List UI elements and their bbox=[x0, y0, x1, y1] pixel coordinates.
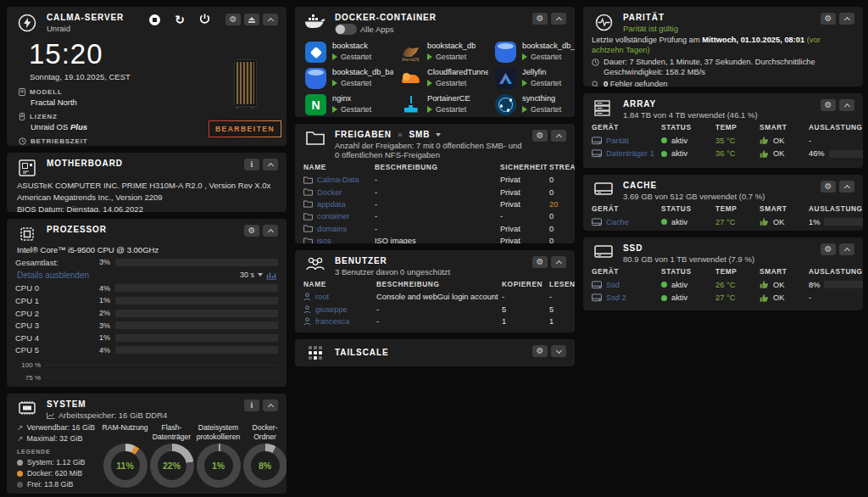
collapse-button[interactable] bbox=[263, 14, 278, 25]
expand-button[interactable] bbox=[551, 345, 566, 357]
settings-button[interactable]: ⚙ bbox=[821, 99, 836, 111]
shares-protocol-select[interactable]: SMB bbox=[409, 130, 430, 139]
collapse-button[interactable] bbox=[839, 99, 854, 111]
collapse-button[interactable] bbox=[551, 256, 566, 268]
interval-select[interactable]: 30 s bbox=[240, 271, 254, 279]
container-status: Gestartet bbox=[531, 53, 561, 61]
container-tile[interactable]: bookstack_db_backup_e Gestartet bbox=[305, 68, 393, 89]
status-dot bbox=[661, 295, 667, 301]
drive-icon bbox=[592, 218, 602, 226]
share-row: appdata - Privat 20 bbox=[303, 198, 566, 210]
status-dot bbox=[661, 151, 667, 157]
collapse-button[interactable] bbox=[839, 13, 854, 25]
container-tile[interactable]: bookstack Gestartet bbox=[305, 42, 393, 63]
details-toggle-link[interactable]: Details ausblenden bbox=[17, 271, 89, 280]
device-name-link[interactable]: Cache bbox=[606, 218, 629, 226]
stop-array-icon[interactable] bbox=[149, 14, 160, 25]
collapse-button[interactable] bbox=[263, 399, 278, 411]
container-status: Gestartet bbox=[341, 53, 371, 61]
smart-thumbs-up-icon bbox=[760, 217, 769, 226]
collapse-button[interactable] bbox=[551, 13, 566, 25]
collapse-button[interactable] bbox=[263, 159, 278, 170]
settings-button[interactable]: ⚙ bbox=[225, 14, 241, 25]
share-security: - bbox=[500, 212, 549, 221]
share-name-link[interactable]: domains bbox=[317, 225, 347, 233]
device-name-link[interactable]: Ssd bbox=[606, 281, 620, 289]
usage-bar bbox=[824, 281, 863, 288]
ssd-device-table: Ssd aktiv 26 °C OK 8% Ssd 2 aktiv bbox=[592, 278, 854, 304]
license-label: LIZENZ bbox=[30, 113, 58, 120]
container-icon bbox=[400, 94, 421, 115]
share-name-link[interactable]: container bbox=[317, 212, 349, 221]
user-copy-count: 1 bbox=[502, 317, 549, 326]
usage-donut: Flash-Datenträger 22% bbox=[148, 423, 195, 491]
drive-icon bbox=[592, 293, 602, 302]
info-button[interactable]: i bbox=[244, 159, 259, 170]
container-tile[interactable]: bookstack_db Gestartet bbox=[400, 42, 488, 63]
user-name-link[interactable]: giuseppe bbox=[315, 305, 348, 314]
settings-button[interactable]: ⚙ bbox=[532, 256, 548, 268]
container-tile[interactable]: syncthing Gestartet bbox=[495, 94, 575, 115]
running-play-icon bbox=[427, 80, 432, 87]
share-name-link[interactable]: Docker bbox=[317, 188, 342, 197]
eject-button[interactable] bbox=[244, 14, 259, 25]
container-tile[interactable]: nginx Gestartet bbox=[305, 94, 393, 115]
settings-button[interactable]: ⚙ bbox=[821, 243, 836, 255]
parity-status: Parität ist gültig bbox=[623, 24, 678, 33]
container-icon bbox=[305, 68, 326, 89]
user-row: giuseppe - 5 5 bbox=[303, 303, 566, 315]
share-name-link[interactable]: isos bbox=[317, 237, 331, 243]
smart-thumbs-up-icon bbox=[760, 280, 769, 289]
edit-button[interactable]: BEARBEITEN bbox=[209, 120, 281, 137]
settings-button[interactable]: ⚙ bbox=[821, 181, 836, 193]
container-status: Gestartet bbox=[436, 79, 466, 87]
user-icon bbox=[303, 293, 311, 301]
cache-panel: CACHE 3.69 GB von 512 GB verwendet (0.7 … bbox=[583, 175, 863, 231]
user-name-link[interactable]: root bbox=[315, 293, 329, 301]
device-name-link[interactable]: Ssd 2 bbox=[606, 293, 626, 302]
share-security: Privat bbox=[500, 176, 549, 184]
magnifier-icon bbox=[592, 81, 599, 87]
smart-thumbs-up-icon bbox=[760, 293, 769, 303]
settings-button[interactable]: ⚙ bbox=[532, 13, 548, 25]
container-name: bookstack_db bbox=[427, 42, 476, 50]
container-name: PortainerCE bbox=[427, 94, 470, 103]
share-name-link[interactable]: appdata bbox=[317, 200, 346, 209]
clock-icon bbox=[592, 59, 599, 66]
container-tile[interactable]: Jellyfin Gestartet bbox=[495, 68, 575, 89]
device-status: aktiv bbox=[671, 149, 687, 158]
device-name-link[interactable]: Datenträger 1 bbox=[606, 149, 654, 158]
share-description: ISO images bbox=[375, 237, 500, 243]
user-read-count: 5 bbox=[549, 305, 566, 314]
container-icon bbox=[495, 68, 516, 89]
running-play-icon bbox=[332, 80, 337, 87]
collapse-button[interactable] bbox=[551, 130, 566, 142]
drive-icon bbox=[592, 137, 602, 145]
running-play-icon bbox=[427, 53, 432, 60]
date: Sonntag, 19.10.2025, CEST bbox=[30, 72, 212, 81]
container-name: nginx bbox=[332, 94, 371, 103]
settings-button[interactable]: ⚙ bbox=[532, 345, 548, 357]
bar-chart-icon[interactable] bbox=[266, 271, 276, 280]
settings-button[interactable]: ⚙ bbox=[821, 13, 836, 25]
collapse-button[interactable] bbox=[839, 181, 854, 193]
model-label: MODELL bbox=[30, 88, 63, 96]
container-icon bbox=[495, 94, 516, 115]
container-tile[interactable]: PortainerCE Gestartet bbox=[400, 94, 488, 115]
collapse-button[interactable] bbox=[263, 225, 278, 237]
share-name-link[interactable]: Calma-Data bbox=[317, 176, 359, 184]
all-apps-toggle[interactable] bbox=[335, 24, 357, 35]
user-name-link[interactable]: francesca bbox=[315, 317, 349, 326]
container-tile[interactable]: bookstack_db_backup Gestartet bbox=[495, 42, 575, 63]
shutdown-icon[interactable] bbox=[199, 13, 210, 26]
settings-button[interactable]: ⚙ bbox=[244, 225, 259, 237]
device-name-link[interactable]: Parität bbox=[606, 137, 629, 145]
container-tile[interactable]: CloudflaredTunnel Gestartet bbox=[400, 68, 488, 89]
settings-button[interactable]: ⚙ bbox=[532, 130, 548, 142]
share-row: isos ISO images Privat 0 bbox=[303, 235, 566, 243]
collapse-button[interactable] bbox=[839, 243, 854, 255]
share-streams: 20 bbox=[549, 200, 566, 209]
reboot-icon[interactable]: ↻ bbox=[175, 14, 185, 25]
info-button[interactable]: i bbox=[244, 399, 259, 411]
container-name: bookstack_db_backup bbox=[522, 42, 575, 50]
